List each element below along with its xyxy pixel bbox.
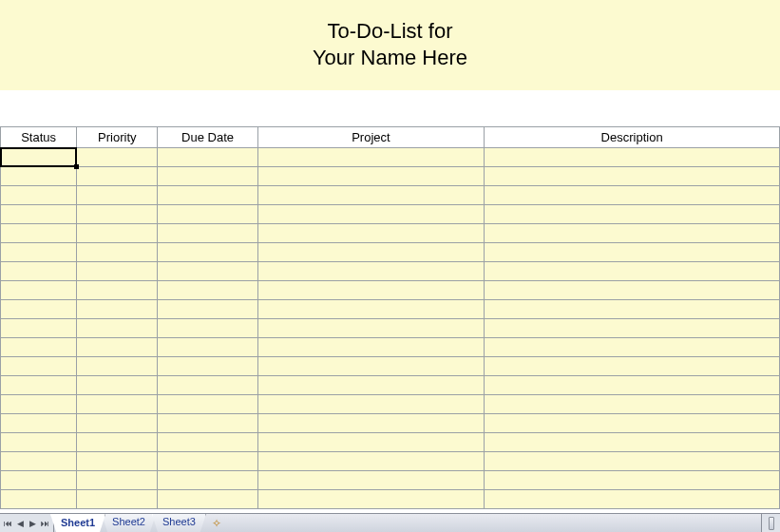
- cell-duedate[interactable]: [158, 357, 257, 376]
- cell-project[interactable]: [257, 319, 485, 338]
- cell-project[interactable]: [257, 205, 485, 224]
- cell-priority[interactable]: [77, 414, 158, 433]
- nav-prev-icon[interactable]: ◀: [14, 515, 27, 532]
- new-sheet-icon[interactable]: ✧: [208, 514, 225, 532]
- cell-status[interactable]: [1, 224, 77, 243]
- cell-duedate[interactable]: [158, 414, 257, 433]
- cell-priority[interactable]: [77, 205, 158, 224]
- cell-priority[interactable]: [77, 490, 158, 509]
- cell-status[interactable]: [1, 395, 77, 414]
- cell-duedate[interactable]: [158, 243, 257, 262]
- cell-status[interactable]: [1, 376, 77, 395]
- cell-status[interactable]: [1, 471, 77, 490]
- cell-project[interactable]: [257, 167, 485, 186]
- cell-priority[interactable]: [77, 243, 158, 262]
- cell-duedate[interactable]: [158, 262, 257, 281]
- cell-duedate[interactable]: [158, 205, 257, 224]
- cell-project[interactable]: [257, 414, 485, 433]
- cell-priority[interactable]: [77, 319, 158, 338]
- cell-status[interactable]: [1, 490, 77, 509]
- cell-description[interactable]: [485, 300, 780, 319]
- nav-first-icon[interactable]: ⏮: [2, 515, 14, 532]
- cell-description[interactable]: [485, 319, 780, 338]
- cell-priority[interactable]: [77, 148, 158, 167]
- cell-project[interactable]: [257, 148, 485, 167]
- cell-project[interactable]: [257, 262, 485, 281]
- col-header-duedate[interactable]: Due Date: [158, 127, 257, 148]
- cell-duedate[interactable]: [158, 224, 257, 243]
- cell-priority[interactable]: [77, 395, 158, 414]
- cell-project[interactable]: [257, 471, 485, 490]
- cell-description[interactable]: [485, 243, 780, 262]
- nav-next-icon[interactable]: ▶: [27, 515, 39, 532]
- cell-duedate[interactable]: [158, 433, 257, 452]
- tab-sheet3[interactable]: Sheet3: [152, 514, 206, 532]
- cell-status[interactable]: [1, 300, 77, 319]
- cell-project[interactable]: [257, 300, 485, 319]
- cell-priority[interactable]: [77, 186, 158, 205]
- cell-duedate[interactable]: [158, 167, 257, 186]
- cell-duedate[interactable]: [158, 376, 257, 395]
- col-header-description[interactable]: Description: [485, 127, 780, 148]
- cell-duedate[interactable]: [158, 300, 257, 319]
- cell-status[interactable]: [1, 319, 77, 338]
- cell-priority[interactable]: [77, 224, 158, 243]
- cell-description[interactable]: [485, 224, 780, 243]
- cell-priority[interactable]: [77, 338, 158, 357]
- cell-description[interactable]: [485, 281, 780, 300]
- cell-priority[interactable]: [77, 452, 158, 471]
- cell-project[interactable]: [257, 224, 485, 243]
- cell-priority[interactable]: [77, 167, 158, 186]
- cell-description[interactable]: [485, 186, 780, 205]
- cell-status[interactable]: [1, 167, 77, 186]
- cell-priority[interactable]: [77, 300, 158, 319]
- cell-project[interactable]: [257, 338, 485, 357]
- cell-status[interactable]: [1, 186, 77, 205]
- cell-description[interactable]: [485, 414, 780, 433]
- cell-status[interactable]: [1, 414, 77, 433]
- col-header-priority[interactable]: Priority: [77, 127, 158, 148]
- cell-description[interactable]: [485, 452, 780, 471]
- cell-status[interactable]: [1, 262, 77, 281]
- cell-status[interactable]: [1, 243, 77, 262]
- horizontal-scroll[interactable]: [761, 514, 780, 532]
- cell-duedate[interactable]: [158, 471, 257, 490]
- cell-project[interactable]: [257, 433, 485, 452]
- tab-sheet1[interactable]: Sheet1: [50, 514, 105, 532]
- cell-duedate[interactable]: [158, 490, 257, 509]
- cell-description[interactable]: [485, 490, 780, 509]
- cell-status[interactable]: [1, 281, 77, 300]
- cell-project[interactable]: [257, 243, 485, 262]
- cell-project[interactable]: [257, 357, 485, 376]
- cell-priority[interactable]: [77, 471, 158, 490]
- col-header-project[interactable]: Project: [257, 127, 485, 148]
- cell-duedate[interactable]: [158, 338, 257, 357]
- cell-priority[interactable]: [77, 357, 158, 376]
- cell-duedate[interactable]: [158, 186, 257, 205]
- cell-priority[interactable]: [77, 376, 158, 395]
- col-header-status[interactable]: Status: [1, 127, 77, 148]
- cell-priority[interactable]: [77, 433, 158, 452]
- cell-description[interactable]: [485, 167, 780, 186]
- cell-duedate[interactable]: [158, 148, 257, 167]
- cell-description[interactable]: [485, 433, 780, 452]
- cell-priority[interactable]: [77, 281, 158, 300]
- cell-status[interactable]: [1, 357, 77, 376]
- cell-priority[interactable]: [77, 262, 158, 281]
- cell-duedate[interactable]: [158, 395, 257, 414]
- cell-project[interactable]: [257, 281, 485, 300]
- nav-last-icon[interactable]: ⏭: [39, 515, 51, 532]
- cell-description[interactable]: [485, 395, 780, 414]
- cell-description[interactable]: [485, 357, 780, 376]
- cell-duedate[interactable]: [158, 452, 257, 471]
- cell-duedate[interactable]: [158, 281, 257, 300]
- cell-description[interactable]: [485, 376, 780, 395]
- tab-sheet2[interactable]: Sheet2: [102, 514, 156, 532]
- cell-project[interactable]: [257, 395, 485, 414]
- cell-project[interactable]: [257, 490, 485, 509]
- cell-status[interactable]: [1, 148, 77, 167]
- cell-status[interactable]: [1, 452, 77, 471]
- cell-status[interactable]: [1, 338, 77, 357]
- cell-status[interactable]: [1, 433, 77, 452]
- scroll-thumb[interactable]: [769, 517, 774, 530]
